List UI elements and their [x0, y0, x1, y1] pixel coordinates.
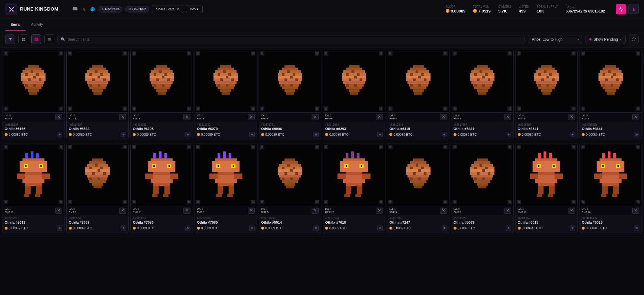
add-to-cart-button[interactable]: ⊕ [377, 132, 383, 137]
nft-level-bar: LVL 0 RMP 5 [323, 112, 385, 122]
chart-line-button[interactable] [616, 4, 626, 14]
svg-rect-404 [5, 146, 7, 148]
nft-card[interactable]: LVL 0 RMP 5 #63812844 Othila #6415 ₿ 0.0… [387, 50, 449, 139]
share-stats-button[interactable]: Share Stats ↗ [152, 5, 183, 13]
nft-card[interactable]: LVL 0 RMP 5 #63810341 Othila #7247 ₿ 0.0… [387, 144, 449, 233]
add-to-cart-button[interactable]: ⊕ [634, 132, 639, 137]
add-to-cart-button[interactable]: ⊕ [121, 132, 126, 137]
tab-items[interactable]: Items [5, 18, 25, 31]
add-to-cart-button[interactable]: ⊕ [506, 226, 511, 231]
add-to-cart-button[interactable]: ⊕ [249, 226, 255, 231]
website-icon[interactable]: 🌐 [89, 6, 96, 12]
add-to-cart-button[interactable]: ⊕ [57, 226, 62, 231]
bar-chart-button[interactable] [628, 4, 639, 14]
nft-card[interactable]: LVL 1 RMP 10 #63805915 Othila #8613 ₿ 0.… [2, 144, 65, 233]
svg-rect-83 [103, 78, 106, 81]
svg-rect-610 [413, 172, 416, 175]
nft-card[interactable]: LVL 0 RMP 5 #63813382 Othila #6079 ₿ 0.0… [195, 50, 257, 139]
nft-card[interactable]: LVL 4 RMP 10 #63813446b Othila #6015 ₿ 0… [579, 144, 642, 233]
svg-rect-291 [477, 78, 480, 81]
btc-small-icon: ₿ [325, 227, 328, 230]
svg-rect-372 [581, 106, 585, 111]
nft-card[interactable]: LVL 0 RMP 5 #63771751 Othila #9996 ₿ 0.0… [259, 50, 321, 139]
refresh-button[interactable] [629, 34, 639, 44]
svg-rect-464 [151, 175, 173, 183]
nft-card[interactable]: LVL 2 RMP 11 #63808812 Othila #7686 ₿ 0.… [130, 144, 193, 233]
add-to-cart-button[interactable]: ⊕ [634, 226, 639, 231]
qr-tr-icon [122, 145, 127, 150]
search-input[interactable] [57, 35, 525, 44]
nft-card[interactable]: LVL 0 RMP 5 #63813356 Othila #6105 ₿ 0.0… [130, 50, 193, 139]
svg-rect-398 [24, 194, 27, 197]
add-to-cart-button[interactable]: ⊕ [442, 226, 447, 231]
qr-tl-icon [4, 145, 8, 150]
nft-card[interactable]: LVL 0 RMP 5 #63805887b Othila #8641 ₿ 0.… [579, 50, 642, 139]
svg-rect-655 [509, 146, 511, 148]
list-view-button[interactable] [44, 34, 54, 44]
svg-rect-448 [124, 201, 126, 203]
svg-rect-261 [388, 51, 393, 56]
nft-image [259, 144, 321, 206]
info-button[interactable]: Info ▾ [186, 5, 203, 13]
floor-label: FLOOR [446, 5, 456, 8]
svg-rect-208 [346, 68, 362, 70]
svg-rect-352 [598, 78, 623, 81]
svg-rect-356 [605, 89, 616, 92]
svg-rect-172 [284, 65, 295, 68]
nft-card[interactable]: LVL 0 RMP 5 #63812966 Othila #6293 ₿ 0.0… [323, 50, 385, 139]
sort-select[interactable]: Price: Low to High Price: High to Low Re… [528, 35, 582, 44]
qr-bl-icon [132, 200, 137, 205]
qr-tl-icon [388, 145, 393, 150]
svg-rect-20 [35, 40, 35, 40]
svg-rect-723 [581, 145, 584, 149]
nft-card[interactable]: LVL 5 RMP 20 #63810570 Othila #7018 ₿ 0.… [323, 144, 385, 233]
add-to-cart-button[interactable]: ⊕ [57, 132, 62, 137]
svg-rect-435 [89, 177, 92, 180]
svg-rect-357 [607, 92, 615, 95]
stat-owners: OWNERS 5.7K [498, 5, 511, 13]
svg-rect-537 [287, 164, 290, 167]
svg-rect-37 [21, 78, 46, 81]
add-to-cart-button[interactable]: ⊕ [442, 132, 447, 137]
add-to-cart-button[interactable]: ⊕ [570, 226, 575, 231]
nft-price-row: ₿ 0.00089 BTC ⊕ [5, 226, 62, 231]
nft-card[interactable]: LVL 0 RMP 5 #63810357 Othila #7231 ₿ 0.0… [451, 50, 514, 139]
svg-rect-581 [325, 145, 328, 149]
add-to-cart-button[interactable]: ⊕ [313, 132, 319, 137]
nft-card[interactable]: LVL 0 RMP 5 #63805887 Othila #8641 ₿ 0.0… [515, 50, 578, 139]
twitter-icon[interactable]: 𝕏 [81, 6, 86, 12]
grid-small-button[interactable] [31, 34, 41, 44]
nft-card[interactable]: LVL 0 RMP 5 #63805865 Othila #8663 ₿ 0.0… [66, 144, 129, 233]
svg-rect-229 [379, 51, 383, 56]
svg-rect-721 [615, 194, 617, 197]
svg-rect-299 [507, 51, 512, 56]
add-to-cart-button[interactable]: ⊕ [570, 132, 575, 137]
add-to-cart-button[interactable]: ⊕ [185, 226, 190, 231]
grid-large-button[interactable] [18, 34, 28, 44]
add-to-cart-button[interactable]: ⊕ [313, 226, 319, 231]
nft-card[interactable]: LVL 0 RMP 5 #63814606 Othila #5514 ₿ 0.0… [259, 144, 321, 233]
nft-card[interactable]: LVL 4 RMP 10 #63813446 Othila #6015 ₿ 0.… [515, 144, 578, 233]
svg-rect-67 [92, 65, 103, 68]
filter-button[interactable] [5, 34, 15, 44]
svg-rect-304 [454, 107, 456, 110]
add-to-cart-button[interactable]: ⊕ [249, 132, 255, 137]
show-pending-button[interactable]: Show Pending ▾ [585, 35, 626, 44]
add-to-cart-button[interactable]: ⊕ [121, 226, 126, 231]
svg-rect-573 [362, 173, 370, 179]
nft-card[interactable]: LVL 2 RMP 11 #63814587 Othila #5533 ₿ 0.… [66, 50, 129, 139]
svg-rect-533 [282, 180, 298, 183]
discord-icon[interactable] [72, 6, 79, 12]
add-to-cart-button[interactable]: ⊕ [377, 226, 383, 231]
nft-card[interactable]: LVL 2 RMP 11 #63808813 Othila #7685 ₿ 0.… [195, 144, 257, 233]
add-to-cart-button[interactable]: ⊕ [506, 132, 511, 137]
nft-card[interactable]: LVL 0 RMP 5 #63815197 Othila #5166 ₿ 0.0… [2, 50, 65, 139]
nft-name: Othila #9996 [261, 127, 319, 131]
nft-price-row: ₿ 0.00089 BTC ⊕ [261, 132, 319, 137]
nft-card[interactable]: LVL 0 RMP 5 #63815300 Othila #5063 ₿ 0.0… [451, 144, 514, 233]
tab-activity[interactable]: Activity [25, 18, 48, 31]
add-to-cart-button[interactable]: ⊕ [185, 132, 190, 137]
qr-tl-icon [68, 51, 73, 56]
nft-price: ₿ 0.0009 BTC [325, 226, 347, 230]
qr-tl-icon [581, 145, 585, 150]
